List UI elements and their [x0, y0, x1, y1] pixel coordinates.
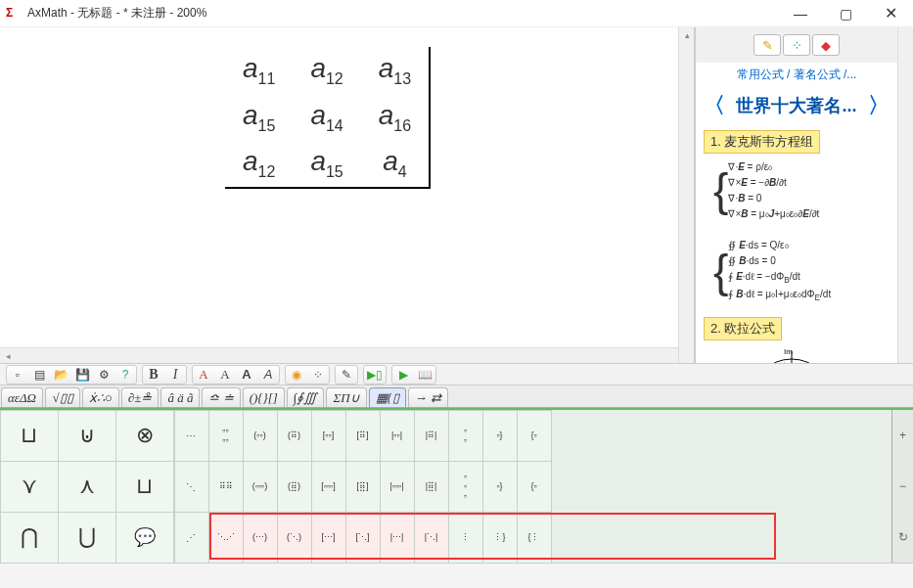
settings-button[interactable]: ⚙: [93, 366, 114, 384]
palette-button[interactable]: ⁘: [307, 366, 329, 384]
mat-bdots[interactable]: [⋯]: [311, 512, 346, 564]
nav-next-icon[interactable]: 〉: [868, 91, 890, 120]
mat-bracket[interactable]: [▫▫]: [311, 410, 346, 462]
palette-side-controls: + − ↻: [891, 410, 913, 563]
mat-paren3[interactable]: (⠿): [277, 410, 312, 462]
mat-bar[interactable]: |▫▫|: [380, 410, 415, 462]
app-icon: Σ: [6, 6, 22, 22]
tab-arrows[interactable]: → ⇄: [408, 387, 448, 407]
maxwell-equations[interactable]: {∇·E = ρ/ε₀∇×E = −∂B/∂t∇·B = 0∇×B = μ₀J+…: [713, 159, 880, 305]
palette-down-icon[interactable]: −: [892, 461, 913, 512]
minimize-button[interactable]: —: [778, 0, 823, 27]
tab-integrals[interactable]: ∫∮∭: [287, 387, 325, 407]
mat-col3[interactable]: ▫▫▫: [448, 461, 483, 513]
mat-brace-l[interactable]: {▫: [517, 410, 552, 462]
book-button[interactable]: 📖: [414, 366, 435, 384]
sidebar-toolbar: ✎ ⁘ ◆: [696, 27, 897, 63]
mat-paren[interactable]: (▫▫): [243, 410, 278, 462]
sym-otimes[interactable]: ⊗: [115, 410, 174, 462]
mat-bar-big[interactable]: |⣿|: [414, 461, 449, 513]
eraser-icon[interactable]: ✎: [753, 34, 781, 56]
sym-wedge[interactable]: ⋏: [58, 461, 116, 513]
breadcrumb[interactable]: 常用公式 / 著名公式 /...: [696, 63, 897, 87]
mat-brace-r3[interactable]: ▫}: [482, 461, 518, 513]
palette-up-icon[interactable]: +: [892, 410, 913, 461]
sym-sqcup[interactable]: ⊔: [0, 410, 59, 462]
equation-editor[interactable]: a11 a12 a13 a15 a14 a16 a12 a15 a4 ▴: [0, 27, 695, 363]
help-button[interactable]: ?: [114, 366, 136, 384]
tab-operators[interactable]: ∂±≗: [121, 387, 160, 407]
mat-brace-l3[interactable]: {▫: [517, 461, 552, 513]
mat-brace-ldots[interactable]: {⋮: [517, 512, 552, 564]
play-button[interactable]: ▶: [392, 366, 414, 384]
font-a3-button[interactable]: A: [236, 366, 257, 384]
mat-brace-r[interactable]: ▫}: [482, 410, 518, 462]
sym-cap[interactable]: ⋂: [0, 512, 59, 564]
tab-relations[interactable]: ≏ ≐: [202, 387, 240, 407]
dots-d[interactable]: ⋱: [174, 461, 209, 513]
mat-3x3[interactable]: ⠿⠿: [208, 461, 244, 513]
sym-sqcup2[interactable]: ⊔: [115, 461, 174, 513]
brush-button[interactable]: ✎: [336, 366, 357, 384]
symbol-palette: ⊔ ⊍ ⊗ ⋎ ⋏ ⊔ ⋂ ⋃ 💬 ⋯ ▫▫▫▫ (▫▫) (⠿) [▫▫] […: [0, 408, 913, 563]
mat-vdots3[interactable]: |⋱|: [414, 512, 449, 564]
sym-comment[interactable]: 💬: [115, 512, 174, 564]
open-button[interactable]: 📂: [50, 366, 71, 384]
new-button[interactable]: ▫: [7, 366, 28, 384]
font-a-button[interactable]: A: [193, 366, 214, 384]
mat-bar3[interactable]: |⠿|: [414, 410, 449, 462]
mat-2x2[interactable]: ▫▫▫▫: [208, 410, 244, 462]
sym-vee[interactable]: ⋎: [0, 461, 59, 513]
mat-br-big[interactable]: [⣿]: [345, 461, 381, 513]
tab-brackets[interactable]: (){}[]: [243, 387, 285, 407]
dots-u[interactable]: ⋰: [174, 512, 209, 564]
sidebar-scrollbar[interactable]: [897, 27, 913, 363]
tab-matrices[interactable]: ▦{▯: [369, 387, 406, 407]
svg-text:sinφ: sinφ: [781, 361, 793, 363]
mat-vdots[interactable]: |⋯|: [380, 512, 415, 564]
svg-text:Im: Im: [784, 347, 793, 356]
grid-icon[interactable]: ⁘: [783, 34, 810, 56]
nav-prev-icon[interactable]: 〈: [704, 91, 725, 120]
mat-bdots3[interactable]: [⋱]: [345, 512, 381, 564]
font-a2-button[interactable]: A: [214, 366, 236, 384]
close-button[interactable]: ✕: [868, 0, 913, 27]
tab-dots[interactable]: ẋ∴○: [82, 387, 119, 407]
run-button[interactable]: ▶▯: [364, 366, 386, 384]
tag-icon[interactable]: ◆: [812, 34, 840, 56]
mat-coldots[interactable]: ⋮: [448, 512, 483, 564]
sym-uplus[interactable]: ⊍: [58, 410, 116, 462]
italic-button[interactable]: I: [164, 366, 186, 384]
mat-brace-rdots[interactable]: ⋮}: [482, 512, 518, 564]
editor-scrollbar-vertical[interactable]: ▴: [678, 27, 694, 363]
tab-sums[interactable]: ΣΠ∪: [326, 387, 366, 407]
dots-h[interactable]: ⋯: [174, 410, 209, 462]
svg-text:= cosφ + isinφ: = cosφ + isinφ: [839, 361, 880, 363]
maxwell-label[interactable]: 1. 麦克斯韦方程组: [704, 130, 820, 154]
mat-bracket3[interactable]: [⠿]: [345, 410, 381, 462]
sym-cup[interactable]: ⋃: [58, 512, 116, 564]
euler-circle-diagram[interactable]: Re Im φ = cosφ + isinφ 0 1 cosφ sinφ: [723, 346, 880, 363]
editor-scrollbar-horizontal[interactable]: ◂: [0, 347, 678, 363]
symbol-left-grid: ⊔ ⊍ ⊗ ⋎ ⋏ ⊔ ⋂ ⋃ 💬: [0, 410, 174, 563]
font-a4-button[interactable]: A: [257, 366, 279, 384]
save-button[interactable]: 💾: [71, 366, 93, 384]
palette-scroll-icon[interactable]: ↻: [892, 512, 913, 563]
tab-greek[interactable]: αεΔΩ: [1, 387, 43, 407]
bold-button[interactable]: B: [143, 366, 164, 384]
euler-label[interactable]: 2. 欧拉公式: [704, 317, 782, 340]
mat-col[interactable]: ▫▫: [448, 410, 483, 462]
mat-paren-big[interactable]: (⣿): [277, 461, 312, 513]
mat-pdots[interactable]: (⋯): [243, 512, 278, 564]
tab-radical[interactable]: √▯▯: [45, 387, 80, 407]
mat-bar-row[interactable]: |▫▫▫|: [380, 461, 415, 513]
mat-pdots3[interactable]: (⋱): [277, 512, 312, 564]
main-toolbar: ▫ ▤ 📂 💾 ⚙ ? B I A A A A ◉ ⁘ ✎ ▶▯ ▶ 📖: [0, 363, 913, 384]
mat-dots-2x2[interactable]: ⋱⋰: [208, 512, 244, 564]
color-picker-button[interactable]: ◉: [286, 366, 307, 384]
maximize-button[interactable]: ▢: [823, 0, 868, 27]
tab-accents[interactable]: â ä ã: [160, 387, 200, 407]
mat-paren-row[interactable]: (▫▫▫): [243, 461, 278, 513]
copy-button[interactable]: ▤: [28, 366, 50, 384]
mat-br-row[interactable]: [▫▫▫]: [311, 461, 346, 513]
